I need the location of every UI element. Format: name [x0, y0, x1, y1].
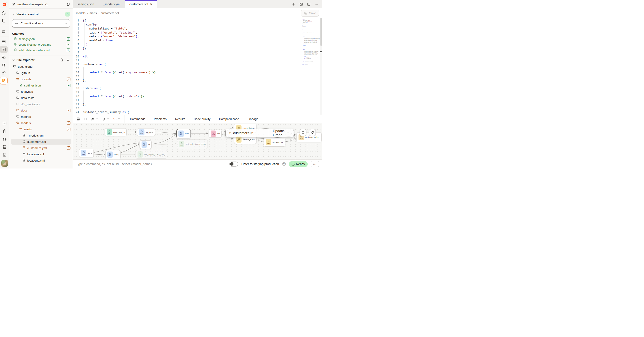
code-line[interactable]: 19 — [73, 90, 322, 94]
tree-item-locations-yml[interactable]: locations.yml — [10, 157, 73, 164]
defer-toggle[interactable] — [229, 162, 238, 166]
lineage-node-order-items[interactable]: MDL order_items — [105, 150, 120, 159]
tree-item-settings-json[interactable]: settings.json+ — [10, 82, 73, 88]
code-line[interactable]: 10with — [73, 55, 322, 59]
headset-icon[interactable] — [1, 135, 8, 143]
tree-item-docs[interactable]: docs — [10, 107, 73, 113]
tree-item-models[interactable]: models — [10, 120, 73, 126]
chevron-down-icon[interactable] — [96, 117, 98, 121]
changed-file-row[interactable]: total_lifetime_orders.md + — [10, 47, 73, 53]
code-line[interactable]: 4 tags = ["events", "staging"], — [73, 31, 322, 35]
code-line[interactable]: 6 enabled = true — [73, 39, 322, 43]
file-explorer-header[interactable]: File explorer — [10, 55, 73, 63]
tree-item-dbt-packages[interactable]: dbt_packages — [10, 101, 73, 107]
panel-tab-results[interactable]: Results — [171, 115, 190, 123]
tree-item-analyses[interactable]: analyses — [10, 88, 73, 95]
book-icon[interactable] — [1, 143, 8, 151]
new-tab-icon[interactable] — [292, 2, 296, 6]
commit-options-button[interactable] — [62, 19, 70, 27]
panel-tab-code-quality[interactable]: Code quality — [190, 115, 215, 123]
more-options-button[interactable]: ••• — [311, 161, 319, 167]
code-line[interactable]: 18orders as ( — [73, 86, 322, 90]
ai-atom-icon[interactable] — [0, 77, 8, 84]
tree-item-macros[interactable]: macros — [10, 113, 73, 120]
windows-icon[interactable] — [0, 69, 8, 77]
tab-customers-sql[interactable]: customers.sql✕ — [125, 0, 157, 8]
broom-icon[interactable] — [102, 117, 110, 121]
lineage-node-average-order-value[interactable]: MET average_order_value — [264, 138, 285, 147]
lineage-node-orders[interactable]: MDL orders — [140, 140, 152, 149]
stage-add-badge[interactable]: + — [67, 48, 70, 52]
chevron-down-icon[interactable] — [107, 117, 110, 121]
code-line[interactable]: 8}} — [73, 47, 322, 51]
frame-select-icon[interactable] — [0, 53, 8, 61]
lineage-node-ecom-raw-customers[interactable]: SRC ecom.raw_customers — [105, 128, 126, 136]
lineage-node-customers[interactable]: SEM customers — [209, 130, 222, 138]
dbt-logo[interactable] — [0, 0, 9, 9]
terminal-icon[interactable] — [1, 120, 8, 127]
building-icon[interactable] — [1, 151, 8, 158]
notebook-icon[interactable] — [0, 17, 8, 24]
lineage-node-test-supply-costs-sum-correctly[interactable]: TST test_supply_costs_sum_correctly — [136, 150, 167, 159]
changed-file-row[interactable]: count_lifetime_orders.md + — [10, 42, 73, 47]
code-line[interactable]: 24customer_orders_summary as ( — [73, 110, 322, 114]
chevron-down-icon[interactable] — [118, 117, 120, 121]
split-view-icon[interactable] — [307, 2, 311, 6]
tree-item-customers-sql[interactable]: customers.sql — [10, 139, 73, 145]
lineage-selector-input[interactable]: 2+customers+2 — [226, 129, 268, 137]
command-input[interactable]: Type a command, ex. dbt build --select <… — [76, 162, 226, 166]
code-icon[interactable] — [84, 117, 88, 121]
tree-item-marts[interactable]: marts — [10, 126, 73, 132]
dashboard-icon[interactable] — [0, 38, 8, 45]
code-line[interactable]: 17 — [73, 83, 322, 87]
lineage-node-customers[interactable]: MDL customers — [176, 129, 191, 138]
code-line[interactable]: 9 — [73, 51, 322, 55]
results-table-icon[interactable] — [76, 117, 80, 121]
code-line[interactable]: 13 — [73, 67, 322, 71]
code-line[interactable]: 12customers as ( — [73, 62, 322, 67]
code-line[interactable]: 21 — [73, 99, 322, 103]
query-explore-icon[interactable] — [0, 61, 8, 69]
update-graph-button[interactable]: Update Graph — [268, 129, 294, 137]
help-icon[interactable]: ? — [282, 162, 286, 166]
code-line[interactable]: 20 select * from {{ ref('orders') }} — [73, 94, 322, 99]
refresh-button[interactable] — [309, 129, 316, 136]
code-line[interactable]: 7 ) — [73, 43, 322, 47]
fullscreen-button[interactable] — [300, 129, 306, 136]
lineage-canvas[interactable]: SRC ecom.raw_customersMDL stg_customersM… — [73, 123, 322, 159]
panel-tab-commands[interactable]: Commands — [126, 115, 150, 123]
tree-item--github[interactable]: .github — [10, 70, 73, 76]
close-icon[interactable]: ✕ — [150, 3, 152, 6]
editor-scrollbar[interactable] — [320, 18, 322, 115]
inbox-icon[interactable] — [0, 27, 8, 35]
breadcrumb-item[interactable]: customers.sql — [101, 11, 119, 15]
code-line[interactable]: 11 — [73, 58, 322, 62]
tree-item--vscode[interactable]: .vscode — [10, 76, 73, 82]
code-line[interactable]: 1{{ — [73, 19, 322, 23]
tab--models-yml[interactable]: _models.yml — [99, 0, 125, 8]
code-line[interactable]: 14 select * from {{ ref('stg_customers')… — [73, 71, 322, 75]
code-line[interactable]: 2 config( — [73, 23, 322, 27]
commit-and-sync-button[interactable]: Commit and sync — [12, 19, 62, 27]
tree-item-data-tests[interactable]: data-tests — [10, 95, 73, 101]
magic-wand-icon[interactable] — [113, 117, 120, 121]
panel-tab-compiled-code[interactable]: Compiled code — [215, 115, 243, 123]
code-line[interactable]: 5 meta = {"owner": "data-team"}, — [73, 35, 322, 39]
stage-add-badge[interactable]: + — [67, 43, 70, 46]
lineage-node-stg-orders[interactable]: MDL stg_orders — [79, 149, 94, 157]
panel-tab-lineage[interactable]: Lineage — [243, 115, 262, 123]
home-icon[interactable] — [0, 9, 8, 16]
code-editor[interactable]: 1{{2 config(3 materialized = "table",4 t… — [73, 18, 322, 115]
breadcrumb-item[interactable]: models — [76, 11, 86, 15]
search-icon[interactable] — [66, 58, 70, 62]
new-file-icon[interactable] — [60, 58, 64, 62]
tree-item-locations-sql[interactable]: locations.sql — [10, 151, 73, 157]
tree-item-customers-yml[interactable]: customers.yml — [10, 145, 73, 151]
lineage-node-test-order-items-compute-to-bools-correctly[interactable]: TST test_order_items_compute_to_bools_co… — [177, 139, 208, 149]
stage-add-badge[interactable]: + — [67, 37, 70, 41]
code-line[interactable]: 22), — [73, 103, 322, 107]
panel-tab-problems[interactable]: Problems — [150, 115, 171, 123]
save-button[interactable]: Save — [301, 10, 319, 16]
user-avatar[interactable] — [1, 160, 8, 167]
breadcrumb-item[interactable]: marts — [90, 11, 97, 15]
